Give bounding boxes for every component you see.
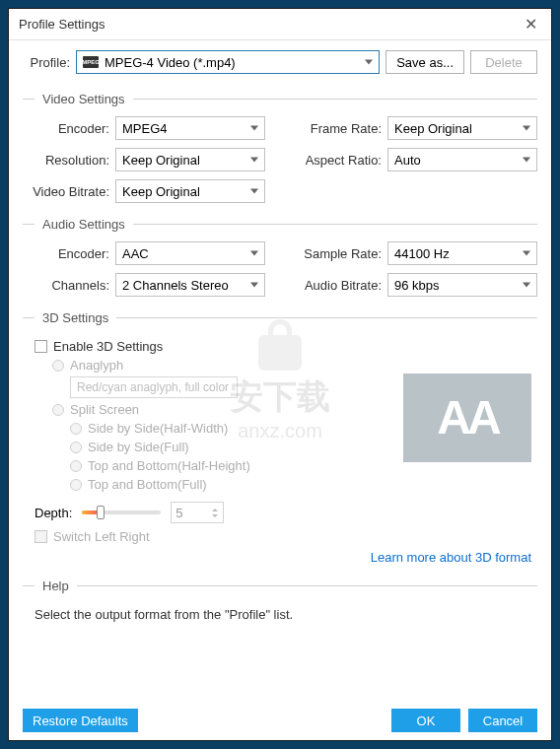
- chevron-down-icon: [523, 283, 530, 288]
- depth-spinner: 5: [171, 502, 224, 523]
- split-screen-radio: Split Screen: [52, 402, 403, 417]
- audio-bitrate-select[interactable]: 96 kbps: [387, 273, 537, 297]
- resolution-select[interactable]: Keep Original: [115, 148, 265, 171]
- titlebar: Profile Settings ✕: [9, 9, 551, 40]
- chevron-down-icon: [250, 283, 258, 288]
- chevron-down-icon: [250, 158, 258, 163]
- channels-select[interactable]: 2 Channels Stereo: [115, 273, 265, 297]
- help-text: Select the output format from the "Profi…: [23, 603, 537, 622]
- save-as-button[interactable]: Save as...: [385, 50, 464, 74]
- channels-label: Channels:: [23, 278, 109, 293]
- profile-select[interactable]: MPEG MPEG-4 Video (*.mp4): [76, 50, 380, 74]
- profile-settings-dialog: Profile Settings ✕ Profile: MPEG MPEG-4 …: [8, 8, 552, 741]
- sbs-half-radio: Side by Side(Half-Width): [70, 421, 403, 436]
- audio-bitrate-label: Audio Bitrate:: [295, 278, 382, 293]
- chevron-down-icon: [250, 251, 258, 256]
- frame-rate-label: Frame Rate:: [295, 121, 382, 136]
- depth-label: Depth:: [35, 506, 72, 520]
- audio-encoder-label: Encoder:: [23, 246, 109, 261]
- chevron-down-icon: [523, 158, 530, 163]
- 3d-title: 3D Settings: [35, 310, 116, 325]
- resolution-label: Resolution:: [23, 153, 109, 168]
- aspect-ratio-label: Aspect Ratio:: [295, 153, 382, 168]
- dialog-title: Profile Settings: [19, 17, 521, 32]
- audio-encoder-select[interactable]: AAC: [115, 241, 265, 265]
- chevron-down-icon: [250, 189, 258, 194]
- chevron-down-icon: [523, 251, 530, 256]
- frame-rate-select[interactable]: Keep Original: [387, 116, 537, 140]
- aspect-ratio-select[interactable]: Auto: [387, 148, 537, 171]
- video-bitrate-label: Video Bitrate:: [23, 184, 109, 199]
- restore-defaults-button[interactable]: Restore Defaults: [23, 709, 138, 732]
- profile-label: Profile:: [23, 55, 70, 70]
- chevron-down-icon: [523, 126, 530, 131]
- learn-more-link[interactable]: Learn more about 3D format: [23, 550, 531, 565]
- anaglyph-mode-select: Red/cyan anaglyph, full color: [70, 376, 238, 398]
- video-section: Video Settings Encoder:MPEG4 Frame Rate:…: [23, 92, 537, 203]
- footer: Restore Defaults OK Cancel: [9, 700, 551, 740]
- profile-value: MPEG-4 Video (*.mp4): [105, 55, 236, 70]
- depth-slider[interactable]: [82, 511, 161, 514]
- help-section: Help Select the output format from the "…: [23, 579, 537, 622]
- close-button[interactable]: ✕: [521, 15, 541, 34]
- video-encoder-label: Encoder:: [23, 121, 109, 136]
- chevron-down-icon: [365, 60, 373, 65]
- help-title: Help: [35, 579, 77, 593]
- audio-title: Audio Settings: [35, 217, 133, 232]
- content: Video Settings Encoder:MPEG4 Frame Rate:…: [9, 84, 551, 700]
- cancel-button[interactable]: Cancel: [468, 709, 537, 732]
- sample-rate-label: Sample Rate:: [295, 246, 382, 261]
- profile-row: Profile: MPEG MPEG-4 Video (*.mp4) Save …: [9, 40, 551, 84]
- 3d-section: 3D Settings Enable 3D Settings Anaglyph …: [23, 310, 537, 565]
- switch-lr-checkbox: Switch Left Right: [35, 529, 537, 544]
- sbs-full-radio: Side by Side(Full): [70, 440, 403, 454]
- delete-button: Delete: [470, 50, 537, 74]
- anaglyph-radio: Anaglyph: [52, 358, 403, 373]
- audio-section: Audio Settings Encoder:AAC Sample Rate:4…: [23, 217, 537, 297]
- mpeg-icon: MPEG: [83, 56, 99, 68]
- sample-rate-select[interactable]: 44100 Hz: [387, 241, 537, 265]
- 3d-preview: AA: [403, 374, 531, 462]
- video-bitrate-select[interactable]: Keep Original: [115, 179, 265, 203]
- video-title: Video Settings: [35, 92, 133, 106]
- video-encoder-select[interactable]: MPEG4: [115, 116, 265, 140]
- chevron-down-icon: [250, 126, 258, 131]
- tb-full-radio: Top and Bottom(Full): [70, 477, 403, 492]
- tb-half-radio: Top and Bottom(Half-Height): [70, 458, 403, 473]
- enable-3d-checkbox[interactable]: Enable 3D Settings: [35, 339, 403, 354]
- ok-button[interactable]: OK: [391, 709, 460, 732]
